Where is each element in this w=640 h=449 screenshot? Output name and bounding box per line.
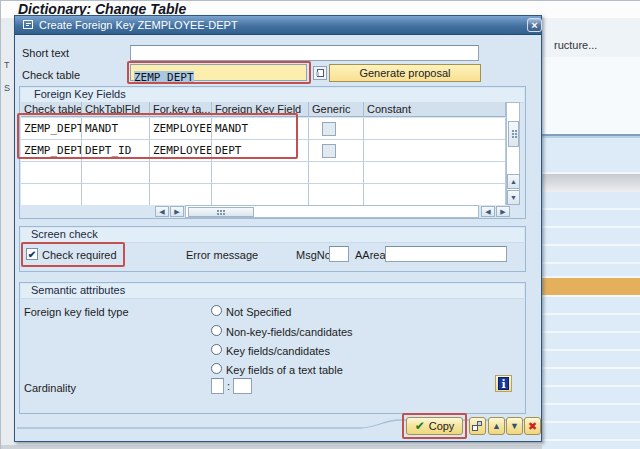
value-help-button[interactable]: [313, 66, 327, 80]
hscroll-right-button[interactable]: ▶: [170, 206, 184, 217]
background-row: [542, 315, 640, 331]
fk-table-hscrollbar[interactable]: ◀ ▶ ◀ ▶: [21, 205, 520, 218]
copy-check-icon: ✔: [415, 419, 425, 433]
generic-checkbox[interactable]: [322, 122, 336, 136]
cancel-button[interactable]: ✖: [524, 417, 541, 435]
info-icon: i: [498, 377, 509, 390]
msgno-label: MsgNo: [296, 249, 331, 262]
background-row: [542, 333, 640, 349]
cancel-x-icon: ✖: [528, 420, 537, 433]
vscroll-up-button[interactable]: ▲: [507, 174, 520, 189]
foreign-key-fields-title: Foreign Key Fields: [34, 88, 126, 100]
msgno-input[interactable]: [329, 246, 349, 262]
background-row: [542, 246, 640, 262]
vscroll-grip[interactable]: [508, 121, 519, 147]
fk-table-row-empty[interactable]: [21, 162, 506, 184]
col-header-chktablfld[interactable]: ChkTablFld: [82, 102, 150, 117]
radio-non-key-fields[interactable]: [211, 325, 222, 336]
fk-table-header: Check table ChkTablFld For.key ta... For…: [21, 102, 519, 117]
background-gray-band: [542, 174, 640, 192]
col-header-foreign-key-field[interactable]: Foreign Key Field: [212, 102, 309, 117]
short-text-input[interactable]: [130, 45, 479, 61]
background-row: [542, 297, 640, 313]
background-right-panel: ructure...: [542, 18, 640, 449]
background-bottom-strip: [1, 445, 542, 449]
background-row-highlighted: [542, 278, 640, 295]
radio-key-fields-text-table[interactable]: [211, 363, 222, 374]
check-table-label: Check table: [22, 69, 80, 82]
background-panel-light: [542, 57, 640, 134]
aarea-input[interactable]: [385, 246, 507, 262]
background-row: [542, 264, 640, 276]
cardinality-left-input[interactable]: [211, 378, 224, 394]
radio-not-specified[interactable]: [211, 305, 222, 316]
check-required-label: Check required: [42, 249, 117, 262]
radio-not-specified-label[interactable]: Not Specified: [226, 306, 291, 319]
cell-generic: [309, 140, 364, 162]
move-up-button[interactable]: ▲: [488, 417, 505, 435]
foreign-key-fields-group: Foreign Key Fields Check table ChkTablFl…: [19, 86, 526, 219]
radio-key-fields-text-table-label[interactable]: Key fields of a text table: [226, 364, 343, 377]
fk-field-type-label: Foreign key field type: [24, 306, 129, 319]
cell-forkey-table[interactable]: ZEMPLOYEE: [150, 118, 212, 140]
fk-table-row[interactable]: ZEMP_DEPT MANDT ZEMPLOYEE MANDT: [21, 118, 506, 140]
background-row: [542, 369, 640, 385]
radio-key-fields-candidates-label[interactable]: Key fields/candidates: [226, 345, 330, 358]
radio-key-fields-candidates[interactable]: [211, 344, 222, 355]
generic-checkbox[interactable]: [322, 144, 336, 158]
cell-foreign-key-field[interactable]: DEPT: [212, 140, 309, 162]
cell-chktablfld[interactable]: MANDT: [82, 118, 150, 140]
col-header-generic[interactable]: Generic: [309, 102, 364, 117]
fk-table-vscrollbar[interactable]: ▲ ▼: [506, 102, 520, 205]
left-fragment-2: S: [4, 82, 10, 95]
hscroll-thumb[interactable]: [188, 207, 254, 217]
radio-non-key-fields-label[interactable]: Non-key-fields/candidates: [226, 326, 353, 339]
check-required-checkbox[interactable]: ✔: [26, 248, 38, 260]
copy-button-label: Copy: [429, 420, 455, 432]
fk-table-row[interactable]: ZEMP_DEPT DEPT_ID ZEMPLOYEE DEPT: [21, 140, 506, 162]
cell-generic: [309, 118, 364, 140]
copy-button[interactable]: ✔ Copy: [406, 417, 463, 435]
error-message-label: Error message: [186, 249, 258, 262]
col-header-check-table[interactable]: Check table: [21, 102, 82, 117]
cardinality-label: Cardinality: [24, 382, 76, 395]
background-row: [542, 405, 640, 421]
cardinality-separator: :: [227, 380, 230, 393]
background-row: [542, 387, 640, 403]
background-row: [542, 210, 640, 226]
move-down-button[interactable]: ▼: [506, 417, 523, 435]
cell-foreign-key-field[interactable]: MANDT: [212, 118, 309, 140]
check-table-input[interactable]: ZEMP_DEPT: [130, 64, 307, 81]
col-header-constant[interactable]: Constant: [364, 102, 506, 117]
cell-constant[interactable]: [364, 118, 506, 140]
cell-chktablfld[interactable]: DEPT_ID: [82, 140, 150, 162]
cell-forkey-table[interactable]: ZEMPLOYEE: [150, 140, 212, 162]
hscroll-left-button-2[interactable]: ◀: [481, 206, 495, 217]
transfer-button[interactable]: [469, 417, 486, 435]
structure-button-partial[interactable]: ructure...: [554, 39, 597, 52]
background-band: [542, 138, 640, 172]
hscroll-right-button-2[interactable]: ▶: [496, 206, 510, 217]
cell-check-table[interactable]: ZEMP_DEPT: [21, 140, 82, 162]
fk-table-row-empty[interactable]: [21, 184, 506, 205]
vscroll-down-button[interactable]: ▼: [507, 190, 520, 205]
cell-constant[interactable]: [364, 140, 506, 162]
info-button[interactable]: i: [495, 375, 512, 392]
dialog-titlebar[interactable]: Create Foreign Key ZEMPLOYEE-DEPT ×: [15, 16, 541, 35]
hscroll-left-button[interactable]: ◀: [155, 206, 169, 217]
screen-check-title: Screen check: [31, 228, 98, 240]
col-header-forkey-table[interactable]: For.key ta...: [150, 102, 212, 117]
close-button[interactable]: ×: [527, 18, 542, 32]
generate-proposal-button[interactable]: Generate proposal: [329, 64, 481, 82]
hscroll-track[interactable]: [185, 205, 479, 218]
cardinality-right-input[interactable]: [233, 378, 252, 394]
left-fragment-1: T: [4, 59, 10, 72]
semantic-attributes-title: Semantic attributes: [31, 284, 125, 296]
background-row: [542, 228, 640, 244]
aarea-label: AArea: [355, 249, 386, 262]
background-row: [542, 192, 640, 208]
up-arrow-icon: ▲: [492, 421, 501, 431]
dialog-icon: [23, 20, 33, 29]
dialog-title: Create Foreign Key ZEMPLOYEE-DEPT: [39, 19, 238, 31]
cell-check-table[interactable]: ZEMP_DEPT: [21, 118, 82, 140]
